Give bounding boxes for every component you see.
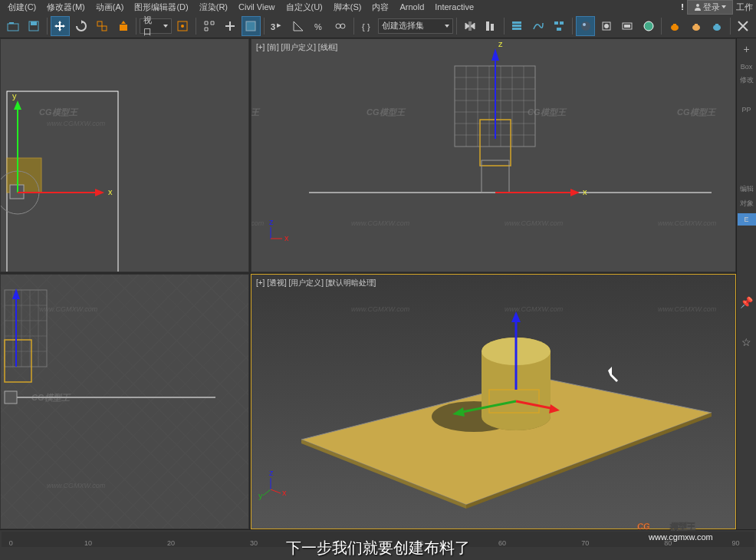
svg-point-35 <box>692 25 700 31</box>
teapot3-icon[interactable] <box>707 16 726 36</box>
scale-tool-icon[interactable] <box>93 16 112 36</box>
selection-filter-icon[interactable] <box>220 16 239 36</box>
watermark-logo: CG 模型王 www.cgmxw.com <box>633 506 741 545</box>
menubar: 创建(C) 修改器(M) 动画(A) 图形编辑器(D) 渲染(R) Civil … <box>0 0 756 14</box>
panel-edit-label: 编辑 <box>740 184 754 194</box>
svg-rect-22 <box>512 28 521 30</box>
menu-graph-editor[interactable]: 图形编辑器(D) <box>130 1 192 14</box>
svg-rect-6 <box>102 26 107 31</box>
material-editor-icon[interactable] <box>576 16 595 36</box>
menu-script[interactable]: 脚本(S) <box>329 1 366 14</box>
mirror-icon[interactable] <box>460 16 479 36</box>
named-selection-icon[interactable]: {} <box>357 16 376 36</box>
svg-text:z: z <box>269 468 274 477</box>
panel-e-tab[interactable]: E <box>738 213 756 226</box>
panel-box-label: Box <box>741 63 753 71</box>
save-icon[interactable] <box>24 16 43 36</box>
place-tool-icon[interactable] <box>113 16 133 36</box>
menu-create[interactable]: 创建(C) <box>3 1 41 14</box>
login-button[interactable]: 登录 <box>687 0 733 15</box>
svg-rect-18 <box>486 21 489 31</box>
svg-rect-84 <box>5 340 31 382</box>
svg-rect-10 <box>246 21 255 31</box>
layer-explorer-icon[interactable] <box>508 16 527 36</box>
panel-pp-label: PP <box>741 106 751 114</box>
svg-text:www.cgmxw.com: www.cgmxw.com <box>648 532 713 542</box>
menu-animation[interactable]: 动画(A) <box>91 1 129 14</box>
collapse-icon[interactable]: ☆ <box>739 336 754 351</box>
alert-icon: ! <box>681 2 684 12</box>
move-tool-icon[interactable] <box>51 16 70 36</box>
svg-line-103 <box>271 489 281 493</box>
svg-marker-66 <box>491 48 499 61</box>
view-coordinate-dropdown[interactable]: 视口 <box>140 18 171 34</box>
svg-rect-25 <box>557 28 561 31</box>
select-by-name-icon[interactable] <box>199 16 219 36</box>
render-frame-icon[interactable] <box>618 16 637 36</box>
svg-point-27 <box>583 23 586 26</box>
teapot-icon[interactable] <box>665 16 684 36</box>
svg-point-0 <box>696 4 699 7</box>
svg-rect-2 <box>9 22 14 24</box>
curve-editor-icon[interactable] <box>528 16 547 36</box>
menu-render[interactable]: 渲染(R) <box>195 1 232 14</box>
svg-rect-1 <box>8 24 18 31</box>
open-icon[interactable] <box>3 16 22 36</box>
snap-toggle-icon[interactable]: 3▸ <box>268 16 287 36</box>
viewport-front[interactable]: [+] [前] [用户定义] [线框] z x zx CG模型王 CG模型王 C… <box>251 38 736 272</box>
svg-rect-34 <box>673 24 676 25</box>
svg-text:x: x <box>282 488 287 497</box>
svg-text:%: % <box>314 22 322 31</box>
workspace-label: 工作 <box>736 2 753 13</box>
svg-text:x: x <box>284 233 289 242</box>
svg-point-37 <box>713 25 721 31</box>
viewport-left[interactable]: www.CGMXW.com CG模型王 www.CGMXW.com <box>0 274 249 529</box>
add-icon[interactable]: + <box>739 43 754 58</box>
viewport-perspective[interactable]: [+] [透视] [用户定义] [默认明暗处理] zxy www.CGMXW.c… <box>251 274 736 529</box>
svg-text:x: x <box>108 187 113 196</box>
svg-rect-4 <box>31 21 37 25</box>
menu-arnold[interactable]: Arnold <box>395 2 429 12</box>
pivot-icon[interactable] <box>173 16 192 36</box>
svg-text:模型王: 模型王 <box>669 522 695 531</box>
render-production-icon[interactable] <box>639 16 658 36</box>
svg-text:CG: CG <box>637 522 650 531</box>
menu-content[interactable]: 内容 <box>367 1 393 14</box>
schematic-view-icon[interactable] <box>549 16 568 36</box>
percent-snap-icon[interactable]: % <box>310 16 329 36</box>
panel-modify-label: 修改 <box>740 75 754 85</box>
viewport-front-label[interactable]: [+] [前] [用户定义] [线框] <box>256 42 337 53</box>
svg-line-104 <box>263 489 271 496</box>
svg-rect-23 <box>554 21 558 25</box>
window-crossing-icon[interactable] <box>242 16 261 36</box>
selection-set-dropdown[interactable]: 创建选择集 <box>378 18 453 34</box>
teapot2-icon[interactable] <box>686 16 705 36</box>
viewport-perspective-label[interactable]: [+] [透视] [用户定义] [默认明暗处理] <box>256 278 376 288</box>
video-subtitle: 下一步我们就要创建布料了 <box>286 538 470 558</box>
svg-rect-36 <box>695 24 698 25</box>
rotate-tool-icon[interactable] <box>71 16 90 36</box>
svg-point-14 <box>336 24 340 28</box>
svg-text:x: x <box>583 187 587 196</box>
viewport-top[interactable]: y x CG模型王 www.CGMXW.com <box>0 38 249 272</box>
spinner-snap-icon[interactable] <box>330 16 350 36</box>
svg-marker-47 <box>95 189 104 196</box>
pin-icon[interactable]: 📌 <box>739 296 754 311</box>
menu-civil-view[interactable]: Civil View <box>234 2 279 12</box>
menu-modifier[interactable]: 修改器(M) <box>42 1 90 14</box>
angle-snap-icon[interactable] <box>289 16 308 36</box>
svg-rect-88 <box>5 391 17 404</box>
svg-text:z: z <box>498 39 503 48</box>
svg-point-29 <box>604 24 609 28</box>
menu-interactive[interactable]: Interactive <box>430 2 478 12</box>
svg-point-32 <box>644 21 653 31</box>
align-icon[interactable] <box>481 16 500 36</box>
svg-rect-21 <box>512 25 521 27</box>
svg-text:3: 3 <box>271 22 275 31</box>
connect-icon[interactable] <box>734 16 753 36</box>
render-setup-icon[interactable] <box>597 16 616 36</box>
svg-point-9 <box>181 25 184 28</box>
svg-rect-7 <box>120 25 127 31</box>
svg-text:y: y <box>258 491 263 500</box>
menu-customize[interactable]: 自定义(U) <box>281 1 327 14</box>
